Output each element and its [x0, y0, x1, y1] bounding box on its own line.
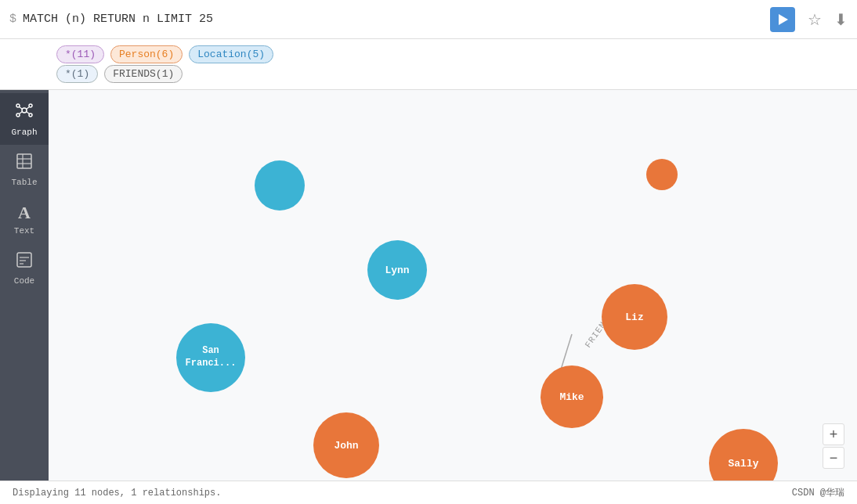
badge-friends[interactable]: FRIENDS(1) [104, 65, 183, 83]
run-button[interactable] [770, 7, 795, 32]
table-icon [16, 153, 33, 175]
sidebar-label-text: Text [14, 226, 34, 236]
query-input[interactable] [23, 13, 770, 26]
node-sanfrancisco[interactable]: San Franci... [176, 323, 245, 392]
sidebar: Graph Table A Text [0, 90, 49, 504]
download-button[interactable]: ⬇ [834, 10, 848, 29]
node-toppartial-location[interactable] [255, 160, 305, 211]
sidebar-label-graph: Graph [11, 128, 37, 137]
node-liz-label: Liz [625, 311, 643, 323]
text-icon: A [18, 203, 31, 223]
badge-all-nodes[interactable]: *(11) [56, 45, 104, 63]
badge-location[interactable]: Location(5) [189, 45, 273, 63]
sidebar-item-code[interactable]: Code [0, 243, 49, 293]
node-mike-label: Mike [559, 391, 584, 403]
svg-line-6 [27, 107, 30, 110]
brand-text: CSDN @华瑞 [792, 486, 844, 499]
node-mike[interactable]: Mike [541, 365, 603, 428]
node-sally-label: Sally [728, 458, 758, 470]
query-bar: $ ☆ ⬇ [0, 0, 857, 39]
badge-person[interactable]: Person(6) [110, 45, 183, 63]
main-layout: Graph Table A Text [0, 90, 857, 504]
graph-canvas[interactable]: FRIENDS Lynn Liz Mike San Franci... John [49, 90, 857, 504]
star-button[interactable]: ☆ [808, 10, 822, 29]
sidebar-label-table: Table [11, 178, 37, 187]
node-lynn-label: Lynn [385, 265, 409, 276]
dollar-sign: $ [9, 13, 16, 26]
node-john-label: John [334, 440, 358, 452]
filter-bar: *(11) Person(6) Location(5) *(1) FRIENDS… [0, 39, 857, 90]
svg-rect-9 [17, 154, 31, 168]
badge-all-rels[interactable]: *(1) [56, 65, 98, 83]
node-sanfrancisco-label: San Franci... [186, 345, 237, 369]
zoom-out-button[interactable]: − [823, 447, 844, 469]
svg-point-4 [29, 113, 32, 117]
node-lynn[interactable]: Lynn [367, 240, 427, 300]
sidebar-item-text[interactable]: A Text [0, 195, 49, 243]
zoom-controls: + − [823, 423, 844, 469]
sidebar-item-graph[interactable]: Graph [0, 93, 49, 145]
svg-line-5 [20, 107, 23, 110]
sidebar-item-table[interactable]: Table [0, 145, 49, 195]
svg-line-8 [27, 112, 30, 114]
filter-row-nodes: *(11) Person(6) Location(5) [56, 45, 848, 63]
svg-point-1 [16, 104, 20, 107]
status-bar: Displaying 11 nodes, 1 relationships. CS… [0, 481, 857, 504]
svg-rect-13 [17, 253, 31, 267]
code-icon [16, 251, 33, 273]
node-topright-person[interactable] [646, 159, 678, 190]
zoom-in-button[interactable]: + [823, 423, 844, 445]
query-actions: ☆ ⬇ [770, 7, 848, 32]
svg-line-7 [20, 112, 23, 114]
node-john[interactable]: John [313, 412, 379, 478]
svg-point-2 [29, 104, 32, 107]
node-liz[interactable]: Liz [602, 284, 667, 350]
sidebar-label-code: Code [14, 276, 34, 286]
filter-row-rels: *(1) FRIENDS(1) [56, 65, 848, 83]
svg-point-0 [22, 108, 27, 113]
svg-point-3 [16, 113, 20, 117]
graph-icon [15, 101, 34, 124]
status-text: Displaying 11 nodes, 1 relationships. [13, 488, 221, 499]
